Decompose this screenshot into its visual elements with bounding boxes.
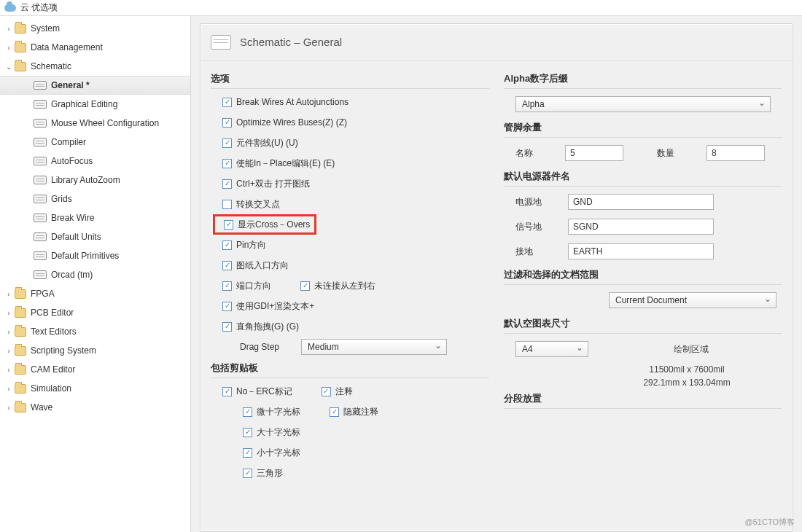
option-break-wires[interactable]: Break Wires At Autojunctions (211, 92, 489, 112)
power-row-input[interactable]: GND (568, 194, 714, 210)
sidebar-item-simulation[interactable]: › Simulation (0, 379, 190, 398)
checkbox-icon[interactable] (222, 322, 232, 332)
drag-step-select[interactable]: Medium (301, 339, 447, 355)
option-in-place-edit[interactable]: 使能In－Place编辑(E) (E) (211, 153, 489, 173)
option-label: 微十字光标 (257, 406, 300, 418)
checkbox-icon[interactable] (222, 159, 232, 168)
option-optimize-wires[interactable]: Optimize Wires Buses(Z) (Z) (211, 112, 489, 133)
sidebar-item-scripting-system[interactable]: › Scripting System (0, 341, 190, 360)
chevron-right-icon: › (4, 290, 13, 298)
checkbox-icon[interactable] (222, 387, 232, 396)
tree-label: AutoFocus (51, 156, 93, 166)
checkbox-icon[interactable] (222, 179, 232, 189)
sidebar-item-cam-editor[interactable]: › CAM Editor (0, 360, 190, 379)
tree-label: Scripting System (31, 345, 96, 356)
sidebar-item-library-autozoom[interactable]: Library AutoZoom (0, 171, 190, 189)
clipboard-sub-3[interactable]: 三角形 (211, 463, 489, 483)
power-row-input[interactable]: SGND (568, 219, 714, 235)
default-sheet-size-select[interactable]: A4 (515, 341, 588, 357)
file-icon (34, 195, 47, 203)
pin-margin-title: 管脚余量 (504, 121, 782, 138)
filter-scope-title: 过滤和选择的文档范围 (504, 268, 782, 285)
segment-place-title: 分段放置 (504, 392, 782, 409)
option-use-gdi[interactable]: 使用GDI+渲染文本+ (211, 296, 489, 316)
sidebar-item-general[interactable]: General * (0, 76, 190, 95)
checkbox-icon[interactable] (222, 281, 232, 291)
clipboard-sub-0[interactable]: 微十字光标 隐藏注释 (211, 402, 489, 422)
checkbox-icon[interactable] (222, 302, 232, 311)
sidebar-item-autofocus[interactable]: AutoFocus (0, 152, 190, 171)
checkbox-icon[interactable] (222, 98, 232, 107)
sidebar-item-orcad[interactable]: Orcad (tm) (0, 265, 190, 284)
pin-margin-name-input[interactable]: 5 (565, 145, 623, 161)
clipboard-no-erc[interactable]: No－ERC标记 注释 (211, 381, 489, 402)
clipboard-hide-note[interactable]: 隐藏注释 (330, 406, 378, 418)
sidebar-item-wave[interactable]: › Wave (0, 398, 190, 417)
option-label: No－ERC标记 (236, 386, 292, 398)
option-label: 端口方向 (236, 280, 271, 292)
power-row-input[interactable]: EARTH (568, 243, 714, 259)
sidebar-item-mouse-wheel[interactable]: Mouse Wheel Configuration (0, 114, 190, 133)
checkbox-icon[interactable] (222, 200, 232, 209)
sidebar-item-default-primitives[interactable]: Default Primitives (0, 246, 190, 265)
checkbox-icon[interactable] (243, 428, 252, 437)
option-pin-direction[interactable]: Pin方向 (211, 235, 489, 255)
filter-scope-select[interactable]: Current Document (609, 292, 776, 308)
page-header: Schematic – General (200, 24, 793, 60)
sidebar-item-data-management[interactable]: › Data Management (0, 38, 190, 57)
option-ctrl-dblclick[interactable]: Ctrl+双击 打开图纸 (211, 173, 489, 194)
checkbox-icon[interactable] (222, 118, 232, 128)
sidebar-item-grids[interactable]: Grids (0, 189, 190, 208)
power-row-label: 接地 (515, 246, 556, 258)
option-port-direction[interactable]: 端口方向 未连接从左到右 (211, 275, 489, 296)
file-icon (34, 251, 47, 260)
sidebar-item-compiler[interactable]: Compiler (0, 133, 190, 152)
page-body: 选项 Break Wires At Autojunctions Optimize… (200, 60, 793, 490)
chevron-right-icon: › (4, 328, 13, 336)
option-sheet-entry-direction[interactable]: 图纸入口方向 (211, 255, 489, 275)
clipboard-note[interactable]: 注释 (322, 386, 353, 398)
folder-icon (15, 346, 26, 356)
folder-icon (15, 327, 26, 337)
clipboard-sub-2[interactable]: 小十字光标 (211, 442, 489, 463)
checkbox-icon[interactable] (222, 261, 232, 270)
clipboard-sub-1[interactable]: 大十字光标 (211, 422, 489, 442)
default-power-row-0: 电源地 GND (504, 189, 782, 214)
checkbox-icon[interactable] (224, 220, 233, 230)
checkbox-icon[interactable] (330, 407, 339, 417)
chevron-right-icon: › (4, 309, 13, 317)
tree-label: Grids (51, 194, 72, 204)
tree-label: System (31, 23, 60, 34)
checkbox-icon[interactable] (243, 407, 252, 417)
option-right-angle-drag[interactable]: 直角拖拽(G) (G) (211, 316, 489, 337)
sidebar-item-text-editors[interactable]: › Text Editors (0, 322, 190, 341)
checkbox-icon[interactable] (243, 469, 252, 478)
sidebar-item-schematic[interactable]: ⌄ Schematic (0, 57, 190, 76)
pin-margin-name-label: 名称 (515, 147, 556, 160)
pin-margin-qty-input[interactable]: 8 (706, 145, 765, 161)
sidebar-item-graphical-editing[interactable]: Graphical Editing (0, 95, 190, 114)
alpha-suffix-select[interactable]: Alpha (515, 96, 771, 112)
pin-margin-row: 名称 5 数量 8 (504, 141, 782, 165)
sidebar-item-break-wire[interactable]: Break Wire (0, 208, 190, 227)
checkbox-icon[interactable] (243, 448, 252, 458)
option-component-cut[interactable]: 元件割线(U) (U) (211, 133, 489, 153)
pin-margin-qty-label: 数量 (657, 147, 698, 160)
checkbox-icon[interactable] (222, 240, 232, 250)
sidebar-item-system[interactable]: › System (0, 19, 190, 38)
option-label: 三角形 (257, 467, 283, 480)
option-unconnected-ltr[interactable]: 未连接从左到右 (300, 280, 375, 292)
checkbox-icon[interactable] (300, 281, 310, 291)
alpha-suffix-title: Alpha数字后缀 (504, 72, 782, 89)
option-label: 显示Cross－Overs (238, 219, 310, 231)
chevron-right-icon: › (4, 385, 13, 393)
file-icon (34, 176, 47, 184)
checkbox-icon[interactable] (222, 138, 232, 148)
sidebar-item-default-units[interactable]: Default Units (0, 227, 190, 246)
title-bar: 云 优选项 (0, 0, 802, 16)
sidebar-item-fpga[interactable]: › FPGA (0, 284, 190, 303)
checkbox-icon[interactable] (322, 387, 331, 396)
sidebar-item-pcb-editor[interactable]: › PCB Editor (0, 303, 190, 322)
tree-label: Compiler (51, 137, 86, 147)
option-convert-junction[interactable]: 转换交叉点 (211, 194, 489, 214)
